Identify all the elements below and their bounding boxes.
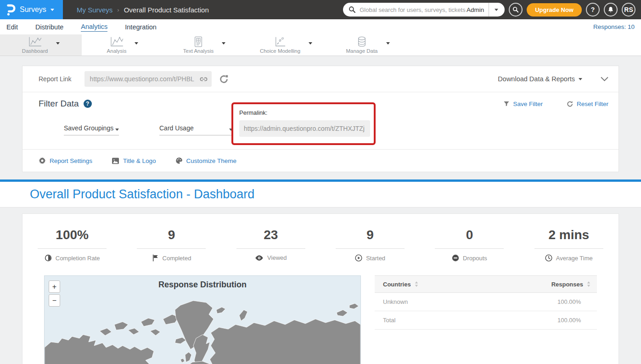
download-data-reports-dropdown[interactable]: Download Data & Reports bbox=[498, 75, 582, 83]
subnav-item-distribute[interactable]: Distribute bbox=[35, 22, 63, 32]
tab-dashboard[interactable]: Dashboard bbox=[0, 34, 82, 56]
minus-circle-icon bbox=[452, 254, 459, 262]
collapse-chevron-icon[interactable] bbox=[601, 77, 608, 82]
bell-icon bbox=[607, 6, 614, 13]
palette-icon bbox=[175, 157, 183, 164]
permalink-label: Permalink: bbox=[239, 109, 368, 116]
stat-completed: 9 Completed bbox=[122, 228, 221, 262]
top-header: Surveys My Surveys › Overall Product Sat… bbox=[0, 0, 641, 19]
saved-groupings-label: Saved Groupings bbox=[64, 124, 113, 132]
subnav-item-edit[interactable]: Edit bbox=[6, 22, 18, 32]
breadcrumb-current-survey: Overall Product Satisfaction bbox=[124, 6, 209, 14]
chevron-down-icon[interactable] bbox=[56, 42, 60, 45]
save-filter-label: Save Filter bbox=[513, 101, 543, 107]
chevron-down-icon[interactable] bbox=[222, 42, 225, 45]
scatter-chart-icon bbox=[274, 36, 287, 47]
stat-average-time: 2 mins Average Time bbox=[519, 228, 619, 262]
surveys-product-menu[interactable]: Surveys bbox=[0, 0, 63, 19]
responses-cell: 100.00% bbox=[557, 298, 590, 305]
stat-value: 9 bbox=[168, 228, 175, 242]
chevron-down-icon[interactable] bbox=[135, 42, 138, 45]
report-settings-button[interactable]: Report Settings bbox=[39, 157, 92, 164]
stat-label: Completion Rate bbox=[56, 255, 100, 262]
save-filter-button[interactable]: Save Filter bbox=[503, 101, 543, 107]
country-cell: Unknown bbox=[383, 298, 557, 305]
customize-theme-button[interactable]: Customize Theme bbox=[175, 157, 236, 164]
divider bbox=[236, 248, 305, 249]
tab-analysis[interactable]: Analysis bbox=[82, 34, 163, 56]
clock-icon bbox=[545, 254, 552, 262]
subnav-item-integration[interactable]: Integration bbox=[125, 22, 157, 32]
search-scope-dropdown[interactable] bbox=[489, 3, 500, 17]
chevron-down-icon bbox=[51, 9, 54, 11]
main-content: Report Link Download Data & Reports bbox=[0, 66, 641, 364]
user-avatar[interactable]: RS bbox=[622, 3, 635, 17]
help-button[interactable]: ? bbox=[586, 3, 600, 17]
country-cell: Total bbox=[383, 317, 557, 324]
stat-value: 0 bbox=[466, 228, 473, 242]
reset-filter-button[interactable]: Reset Filter bbox=[567, 101, 608, 107]
countries-table: Countries Responses Unknown 100.00% bbox=[375, 275, 597, 364]
stat-viewed: 23 Viewed bbox=[221, 228, 320, 262]
tab-manage-data[interactable]: Manage Data bbox=[327, 34, 409, 56]
chevron-down-icon bbox=[115, 129, 119, 131]
stat-completion-rate: 100% Completion Rate bbox=[22, 228, 122, 262]
stat-value: 23 bbox=[264, 228, 278, 242]
filter-help-icon[interactable]: ? bbox=[84, 100, 92, 108]
sort-icon[interactable] bbox=[587, 281, 590, 287]
sort-icon[interactable] bbox=[415, 281, 418, 287]
search-icon bbox=[512, 6, 519, 13]
stat-label: Viewed bbox=[267, 254, 287, 261]
countries-header-label: Countries bbox=[383, 281, 411, 288]
search-icon bbox=[349, 6, 356, 13]
notifications-button[interactable] bbox=[604, 3, 618, 17]
search-button[interactable] bbox=[509, 3, 523, 17]
download-label: Download Data & Reports bbox=[498, 75, 575, 83]
card-usage-dropdown[interactable]: Card Usage bbox=[159, 124, 233, 135]
stat-value: 9 bbox=[366, 228, 374, 242]
report-link-input[interactable] bbox=[84, 71, 212, 87]
world-map[interactable] bbox=[45, 293, 360, 364]
refresh-link-icon[interactable] bbox=[219, 74, 229, 84]
gear-icon bbox=[39, 157, 46, 164]
stat-value: 2 mins bbox=[548, 228, 589, 242]
stat-label: Average Time bbox=[556, 255, 593, 262]
permalink-input[interactable] bbox=[239, 120, 370, 137]
funnel-icon bbox=[503, 101, 510, 107]
responses-count: Responses: 10 bbox=[593, 23, 635, 30]
tab-label: Analysis bbox=[107, 48, 127, 54]
permalink-highlight-box: Permalink: bbox=[231, 102, 376, 145]
report-link-row: Report Link Download Data & Reports bbox=[22, 66, 619, 92]
saved-groupings-dropdown[interactable]: Saved Groupings bbox=[64, 124, 119, 135]
upgrade-now-button[interactable]: Upgrade Now bbox=[527, 3, 582, 17]
tab-choice-modelling[interactable]: Choice Modelling bbox=[245, 34, 327, 56]
page-title: Overall Product Satisfaction - Dashboard bbox=[30, 187, 254, 202]
customize-theme-label: Customize Theme bbox=[186, 157, 236, 164]
eye-icon bbox=[255, 255, 264, 261]
chevron-down-icon[interactable] bbox=[309, 42, 312, 45]
global-search-input[interactable] bbox=[360, 6, 467, 13]
subnav-item-analytics[interactable]: Analytics bbox=[81, 22, 107, 32]
chevron-down-icon bbox=[495, 9, 498, 11]
stat-value: 100% bbox=[56, 228, 89, 242]
avatar-initials: RS bbox=[624, 6, 633, 13]
divider bbox=[435, 248, 504, 249]
breadcrumb-my-surveys[interactable]: My Surveys bbox=[77, 6, 112, 14]
play-circle-icon bbox=[355, 254, 362, 262]
global-search[interactable]: Admin bbox=[343, 3, 505, 17]
reset-filter-label: Reset Filter bbox=[577, 101, 608, 107]
dashboard-panel: 100% Completion Rate 9 bbox=[22, 213, 619, 364]
map-zoom-in-button[interactable]: + bbox=[49, 280, 60, 293]
filter-area: Filter Data ? Save Filter Res bbox=[22, 92, 619, 150]
response-distribution-map[interactable]: Response Distribution + − bbox=[44, 275, 361, 364]
tab-label: Dashboard bbox=[22, 48, 48, 54]
tab-text-analysis[interactable]: Text Analysis bbox=[163, 34, 245, 56]
flag-icon bbox=[152, 254, 159, 262]
stats-row: 100% Completion Rate 9 bbox=[22, 214, 619, 262]
link-icon[interactable] bbox=[199, 75, 208, 84]
countries-header-cell[interactable]: Countries bbox=[383, 281, 551, 288]
title-logo-button[interactable]: Title & Logo bbox=[112, 157, 156, 164]
card-usage-label: Card Usage bbox=[159, 124, 194, 132]
responses-header-cell[interactable]: Responses bbox=[551, 281, 590, 288]
chevron-down-icon[interactable] bbox=[386, 42, 390, 45]
